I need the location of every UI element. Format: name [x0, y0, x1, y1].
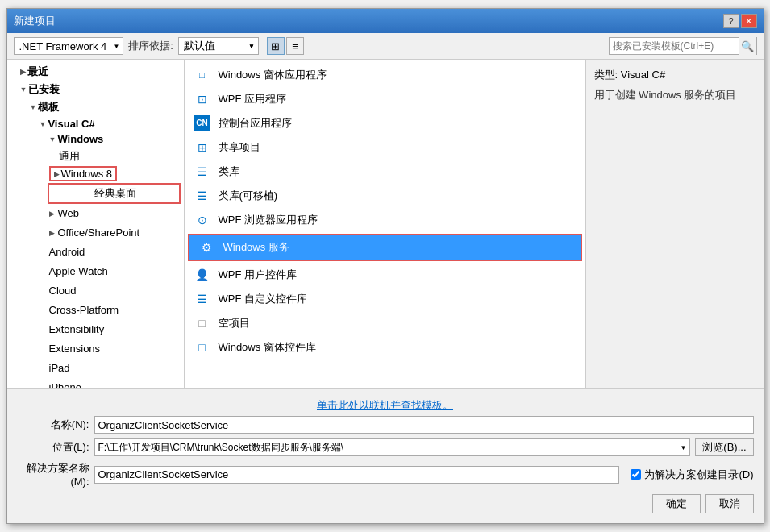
- info-panel: 类型: Visual C# 用于创建 Windows 服务的项目: [586, 60, 764, 388]
- grid-icon: ⊞: [271, 40, 280, 52]
- find-template-anchor[interactable]: 单击此处以联机并查找模板。: [317, 399, 453, 411]
- solution-name-input[interactable]: [94, 466, 620, 484]
- info-description: 用于创建 Windows 服务的项目: [594, 87, 755, 103]
- sidebar-item-cross-platform[interactable]: Cross-Platform: [7, 301, 184, 320]
- template-item-console-app[interactable]: CN 控制台应用程序: [185, 111, 585, 135]
- template-icon: □: [194, 339, 210, 355]
- view-toggle-buttons: ⊞ ≡: [267, 37, 304, 55]
- triangle-icon: ▼: [49, 135, 56, 143]
- sidebar-item-windows[interactable]: ▼ Windows: [7, 131, 184, 147]
- template-item-windows-service-highlight: ⚙ Windows 服务: [188, 234, 582, 261]
- location-label: 位置(L):: [17, 440, 89, 455]
- template-item-wpf-browser[interactable]: ⊙ WPF 浏览器应用程序: [185, 208, 585, 232]
- sidebar-item-visual-csharp[interactable]: ▼ Visual C#: [7, 116, 184, 131]
- info-type: 类型: Visual C#: [594, 68, 755, 82]
- template-item-wpf-custom-control[interactable]: ☰ WPF 自定义控件库: [185, 287, 585, 311]
- template-item-wpf-app[interactable]: ⊡ WPF 应用程序: [185, 87, 585, 111]
- windows8-highlight-box: ▶ Windows 8: [49, 166, 118, 181]
- sidebar-item-android[interactable]: Android: [7, 243, 184, 262]
- template-list: □ Windows 窗体应用程序 ⊡ WPF 应用程序 CN 控制台应用程序 ⊞…: [185, 60, 586, 388]
- framework-select-container: .NET Framework 4: [14, 37, 124, 55]
- sort-dropdown[interactable]: 默认值 ▼: [178, 37, 259, 55]
- form-solution-name-row: 解决方案名称(M): 为解决方案创建目录(D): [17, 461, 754, 488]
- triangle-icon: ▼: [30, 103, 37, 111]
- list-icon: ≡: [292, 40, 298, 52]
- browse-button[interactable]: 浏览(B)...: [695, 438, 753, 456]
- main-content: ▶ 最近 ▼ 已安装 ▼ 模板 ▼ Visual C# ▼ Windows: [7, 60, 764, 388]
- search-button[interactable]: 🔍: [739, 37, 756, 55]
- framework-dropdown[interactable]: .NET Framework 4: [14, 37, 124, 55]
- find-template-link: 单击此处以联机并查找模板。: [17, 395, 754, 416]
- sidebar-item-templates[interactable]: ▼ 模板: [7, 98, 184, 116]
- cancel-button[interactable]: 取消: [705, 494, 754, 513]
- sidebar-item-extensibility[interactable]: Extensibility: [7, 320, 184, 339]
- triangle-icon: ▶: [20, 68, 26, 76]
- checkbox-row: 为解决方案创建目录(D): [631, 468, 753, 482]
- sidebar-item-extensions[interactable]: Extensions: [7, 339, 184, 359]
- sidebar-item-cloud[interactable]: Cloud: [7, 281, 184, 301]
- triangle-icon: ▼: [40, 120, 47, 128]
- form-name-row: 名称(N):: [17, 416, 754, 434]
- template-item-windows-app[interactable]: □ Windows 窗体应用程序: [185, 63, 585, 87]
- search-icon: 🔍: [741, 40, 754, 52]
- triangle-icon: ▶: [49, 206, 55, 222]
- bottom-section: 单击此处以联机并查找模板。 名称(N): 位置(L): F:\工作\开发项目\C…: [7, 388, 764, 523]
- create-directory-checkbox[interactable]: [631, 469, 641, 480]
- sidebar-item-iphone[interactable]: iPhone: [7, 378, 184, 388]
- close-button[interactable]: ✕: [741, 14, 757, 28]
- sidebar-item-tong[interactable]: 通用: [7, 147, 184, 166]
- search-box: 🔍: [609, 37, 757, 55]
- search-input[interactable]: [610, 39, 739, 53]
- name-label: 名称(N):: [17, 418, 89, 432]
- new-project-dialog: 新建项目 ? ✕ .NET Framework 4 排序依据: 默认值 ▼ ⊞ …: [6, 8, 764, 524]
- location-dropdown[interactable]: F:\工作\开发项目\CRM\trunk\Socket数据同步服务\服务端\ ▼: [94, 438, 691, 456]
- sidebar-item-web[interactable]: ▶ Web: [7, 204, 184, 223]
- template-icon: ☰: [194, 164, 210, 180]
- name-input[interactable]: [94, 416, 754, 434]
- title-bar-buttons: ? ✕: [723, 14, 757, 28]
- template-item-class-library-portable[interactable]: ☰ 类库(可移植): [185, 184, 585, 208]
- template-icon: ☰: [194, 188, 210, 204]
- sidebar: ▶ 最近 ▼ 已安装 ▼ 模板 ▼ Visual C# ▼ Windows: [7, 60, 185, 388]
- sidebar-item-recent[interactable]: ▶ 最近: [7, 63, 184, 81]
- grid-view-button[interactable]: ⊞: [267, 37, 285, 55]
- template-item-shared-project[interactable]: ⊞ 共享项目: [185, 135, 585, 160]
- template-icon: ☰: [194, 291, 210, 307]
- title-bar: 新建项目 ? ✕: [7, 9, 764, 33]
- bottom-buttons: 确定 取消: [17, 494, 754, 517]
- template-icon: □: [194, 315, 210, 331]
- create-directory-label: 为解决方案创建目录(D): [644, 468, 753, 482]
- triangle-icon: ▶: [54, 170, 60, 178]
- list-view-button[interactable]: ≡: [286, 37, 304, 55]
- form-location-row: 位置(L): F:\工作\开发项目\CRM\trunk\Socket数据同步服务…: [17, 438, 754, 456]
- sidebar-item-office-sharepoint[interactable]: ▶ Office/SharePoint: [7, 223, 184, 243]
- sidebar-item-apple-watch[interactable]: Apple Watch: [7, 262, 184, 281]
- template-icon: CN: [194, 115, 210, 131]
- template-item-windows-control-library[interactable]: □ Windows 窗体控件库: [185, 335, 585, 360]
- template-icon: □: [194, 67, 210, 83]
- toolbar: .NET Framework 4 排序依据: 默认值 ▼ ⊞ ≡ 🔍: [7, 33, 764, 60]
- triangle-icon: ▶: [49, 225, 55, 241]
- dropdown-arrow: ▼: [680, 444, 686, 451]
- sidebar-item-installed[interactable]: ▼ 已安装: [7, 81, 184, 98]
- template-icon: ⊞: [194, 139, 210, 156]
- template-icon: 👤: [194, 267, 210, 283]
- template-item-class-library[interactable]: ☰ 类库: [185, 160, 585, 184]
- template-icon: ⊡: [194, 91, 210, 107]
- sort-label: 排序依据:: [128, 39, 173, 53]
- help-button[interactable]: ?: [723, 14, 739, 28]
- template-item-empty-project[interactable]: □ 空项目: [185, 311, 585, 335]
- template-icon: ⚙: [199, 239, 215, 256]
- location-select-row: F:\工作\开发项目\CRM\trunk\Socket数据同步服务\服务端\ ▼…: [94, 438, 754, 456]
- template-item-wpf-user-control[interactable]: 👤 WPF 用户控件库: [185, 263, 585, 287]
- sidebar-item-ipad[interactable]: iPad: [7, 359, 184, 378]
- sidebar-item-classic-desktop-highlight[interactable]: 经典桌面: [48, 183, 181, 204]
- triangle-icon: ▼: [20, 85, 27, 94]
- template-item-windows-service[interactable]: ⚙ Windows 服务: [189, 235, 581, 260]
- solution-name-label: 解决方案名称(M):: [17, 461, 89, 488]
- sidebar-item-windows8-container[interactable]: ▶ Windows 8: [7, 166, 184, 181]
- ok-button[interactable]: 确定: [652, 494, 701, 513]
- dialog-title: 新建项目: [14, 14, 56, 28]
- template-icon: ⊙: [194, 212, 210, 228]
